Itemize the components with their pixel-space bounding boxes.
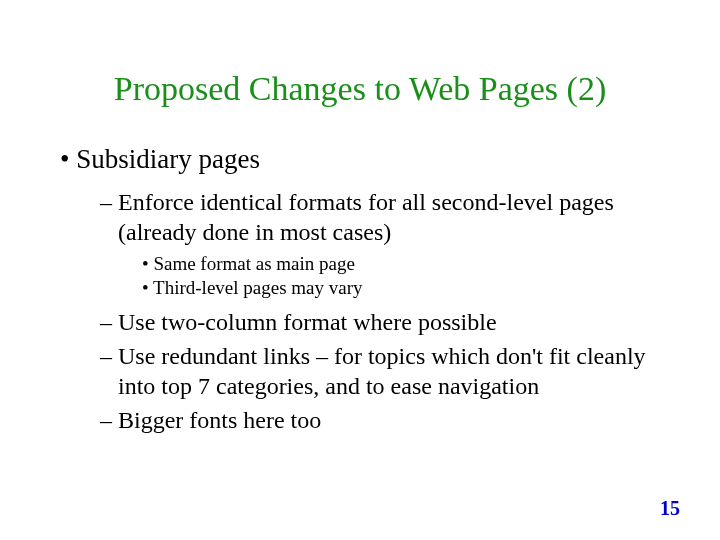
page-number: 15 xyxy=(660,497,680,520)
bullet-level3: Third-level pages may vary xyxy=(156,277,660,299)
bullet-level3: Same format as main page xyxy=(156,253,660,275)
bullet-level2: Use redundant links – for topics which d… xyxy=(118,341,660,401)
bullet-level1: Subsidiary pages xyxy=(78,144,660,175)
slide-title: Proposed Changes to Web Pages (2) xyxy=(60,70,660,108)
slide-content: Proposed Changes to Web Pages (2) Subsid… xyxy=(0,0,720,435)
bullet-level3-group: Same format as main page Third-level pag… xyxy=(60,253,660,299)
bullet-level2: Enforce identical formats for all second… xyxy=(118,187,660,247)
bullet-level2: Bigger fonts here too xyxy=(118,405,660,435)
bullet-level2: Use two-column format where possible xyxy=(118,307,660,337)
